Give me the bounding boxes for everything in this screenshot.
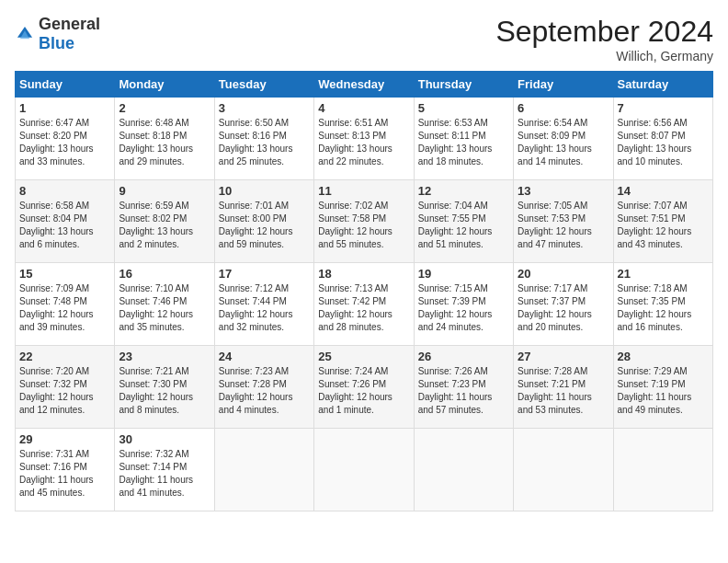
sunset-label: Sunset: 7:58 PM — [318, 213, 386, 224]
day-info: Sunrise: 6:50 AM Sunset: 8:16 PM Dayligh… — [219, 117, 310, 168]
sunrise-label: Sunrise: 7:32 AM — [119, 449, 188, 459]
calendar-cell: 12 Sunrise: 7:04 AM Sunset: 7:55 PM Dayl… — [414, 180, 513, 263]
daylight-label: Daylight: 12 hours and 59 minutes. — [219, 226, 293, 249]
day-number: 3 — [219, 101, 310, 115]
daylight-label: Daylight: 12 hours and 32 minutes. — [219, 309, 293, 332]
sunset-label: Sunset: 7:42 PM — [318, 296, 386, 306]
calendar-cell: 25 Sunrise: 7:24 AM Sunset: 7:26 PM Dayl… — [314, 346, 414, 429]
logo-general: General — [39, 15, 100, 33]
sunrise-label: Sunrise: 6:53 AM — [418, 118, 488, 128]
location: Willich, Germany — [495, 49, 713, 63]
day-number: 22 — [19, 350, 110, 363]
sunset-label: Sunset: 7:37 PM — [518, 296, 586, 306]
daylight-label: Daylight: 13 hours and 10 minutes. — [618, 144, 692, 167]
sunset-label: Sunset: 7:16 PM — [19, 462, 87, 472]
logo: General Blue — [15, 15, 100, 53]
daylight-label: Daylight: 12 hours and 16 minutes. — [618, 309, 692, 332]
daylight-label: Daylight: 11 hours and 53 minutes. — [518, 392, 592, 415]
calendar-cell: 14 Sunrise: 7:07 AM Sunset: 7:51 PM Dayl… — [613, 180, 712, 263]
sunrise-label: Sunrise: 6:58 AM — [19, 201, 89, 211]
daylight-label: Daylight: 13 hours and 18 minutes. — [418, 144, 493, 167]
calendar-cell: 15 Sunrise: 7:09 AM Sunset: 7:48 PM Dayl… — [16, 263, 115, 346]
sunrise-label: Sunrise: 7:15 AM — [418, 283, 488, 293]
sunset-label: Sunset: 7:32 PM — [19, 379, 87, 389]
day-info: Sunrise: 7:13 AM Sunset: 7:42 PM Dayligh… — [318, 282, 409, 334]
calendar-cell: 1 Sunrise: 6:47 AM Sunset: 8:20 PM Dayli… — [16, 98, 115, 180]
sunrise-label: Sunrise: 7:26 AM — [418, 366, 488, 376]
day-number: 12 — [418, 184, 509, 198]
day-number: 7 — [618, 101, 709, 115]
day-info: Sunrise: 7:12 AM Sunset: 7:44 PM Dayligh… — [219, 282, 310, 334]
sunrise-label: Sunrise: 7:29 AM — [618, 366, 688, 376]
day-info: Sunrise: 6:59 AM Sunset: 8:02 PM Dayligh… — [119, 200, 210, 251]
sunrise-label: Sunrise: 7:18 AM — [618, 283, 688, 293]
day-number: 1 — [19, 101, 110, 115]
day-number: 8 — [19, 184, 110, 198]
sunset-label: Sunset: 7:53 PM — [518, 213, 586, 224]
weekday-header: Friday — [514, 72, 613, 98]
logo-icon — [15, 24, 35, 44]
day-number: 13 — [518, 184, 609, 198]
calendar-cell — [613, 429, 712, 511]
sunset-label: Sunset: 8:02 PM — [119, 213, 187, 224]
sunrise-label: Sunrise: 7:07 AM — [618, 201, 688, 211]
calendar-cell: 28 Sunrise: 7:29 AM Sunset: 7:19 PM Dayl… — [613, 346, 712, 429]
calendar-cell: 3 Sunrise: 6:50 AM Sunset: 8:16 PM Dayli… — [214, 98, 313, 180]
daylight-label: Daylight: 12 hours and 51 minutes. — [418, 226, 493, 249]
sunset-label: Sunset: 7:21 PM — [518, 379, 586, 389]
day-info: Sunrise: 7:24 AM Sunset: 7:26 PM Dayligh… — [318, 365, 409, 417]
sunrise-label: Sunrise: 7:28 AM — [518, 366, 587, 376]
sunrise-label: Sunrise: 7:31 AM — [19, 449, 89, 459]
day-number: 2 — [119, 101, 210, 115]
daylight-label: Daylight: 13 hours and 29 minutes. — [119, 144, 193, 167]
weekday-header: Thursday — [414, 72, 513, 98]
sunset-label: Sunset: 7:39 PM — [418, 296, 486, 306]
day-number: 29 — [19, 432, 110, 446]
day-info: Sunrise: 7:21 AM Sunset: 7:30 PM Dayligh… — [119, 365, 210, 417]
day-info: Sunrise: 7:17 AM Sunset: 7:37 PM Dayligh… — [518, 282, 609, 334]
calendar-cell: 23 Sunrise: 7:21 AM Sunset: 7:30 PM Dayl… — [115, 346, 214, 429]
calendar-cell: 7 Sunrise: 6:56 AM Sunset: 8:07 PM Dayli… — [613, 98, 712, 180]
day-number: 6 — [518, 101, 609, 115]
calendar-cell: 24 Sunrise: 7:23 AM Sunset: 7:28 PM Dayl… — [214, 346, 313, 429]
daylight-label: Daylight: 12 hours and 55 minutes. — [318, 226, 392, 249]
day-info: Sunrise: 7:20 AM Sunset: 7:32 PM Dayligh… — [19, 365, 110, 417]
sunset-label: Sunset: 7:51 PM — [618, 213, 686, 224]
calendar-week-row: 8 Sunrise: 6:58 AM Sunset: 8:04 PM Dayli… — [16, 180, 713, 263]
calendar-week-row: 22 Sunrise: 7:20 AM Sunset: 7:32 PM Dayl… — [16, 346, 713, 429]
daylight-label: Daylight: 12 hours and 39 minutes. — [19, 309, 94, 332]
calendar-cell: 19 Sunrise: 7:15 AM Sunset: 7:39 PM Dayl… — [414, 263, 513, 346]
sunset-label: Sunset: 7:48 PM — [19, 296, 87, 306]
day-number: 23 — [119, 350, 210, 363]
daylight-label: Daylight: 12 hours and 47 minutes. — [518, 226, 592, 249]
day-number: 30 — [119, 432, 210, 446]
calendar-cell: 30 Sunrise: 7:32 AM Sunset: 7:14 PM Dayl… — [115, 429, 214, 511]
calendar-week-row: 15 Sunrise: 7:09 AM Sunset: 7:48 PM Dayl… — [16, 263, 713, 346]
sunset-label: Sunset: 7:14 PM — [119, 462, 187, 472]
day-number: 26 — [418, 350, 509, 363]
daylight-label: Daylight: 12 hours and 24 minutes. — [418, 309, 493, 332]
day-number: 16 — [119, 267, 210, 281]
day-number: 28 — [618, 350, 709, 363]
title-area: September 2024 Willich, Germany — [495, 15, 713, 63]
day-info: Sunrise: 6:54 AM Sunset: 8:09 PM Dayligh… — [518, 117, 609, 168]
sunrise-label: Sunrise: 7:01 AM — [219, 201, 289, 211]
daylight-label: Daylight: 12 hours and 43 minutes. — [618, 226, 692, 249]
calendar-cell: 26 Sunrise: 7:26 AM Sunset: 7:23 PM Dayl… — [414, 346, 513, 429]
sunset-label: Sunset: 8:11 PM — [418, 131, 486, 141]
day-number: 19 — [418, 267, 509, 281]
day-number: 18 — [318, 267, 409, 281]
day-number: 27 — [518, 350, 609, 363]
calendar-cell: 13 Sunrise: 7:05 AM Sunset: 7:53 PM Dayl… — [514, 180, 613, 263]
calendar-cell: 16 Sunrise: 7:10 AM Sunset: 7:46 PM Dayl… — [115, 263, 214, 346]
sunset-label: Sunset: 8:16 PM — [219, 131, 287, 141]
page-header: General Blue September 2024 Willich, Ger… — [15, 15, 713, 63]
day-number: 20 — [518, 267, 609, 281]
day-number: 10 — [219, 184, 310, 198]
calendar-cell: 18 Sunrise: 7:13 AM Sunset: 7:42 PM Dayl… — [314, 263, 414, 346]
daylight-label: Daylight: 11 hours and 57 minutes. — [418, 392, 493, 415]
sunrise-label: Sunrise: 7:20 AM — [19, 366, 89, 376]
calendar-cell: 27 Sunrise: 7:28 AM Sunset: 7:21 PM Dayl… — [514, 346, 613, 429]
day-info: Sunrise: 7:04 AM Sunset: 7:55 PM Dayligh… — [418, 200, 509, 251]
day-info: Sunrise: 7:02 AM Sunset: 7:58 PM Dayligh… — [318, 200, 409, 251]
